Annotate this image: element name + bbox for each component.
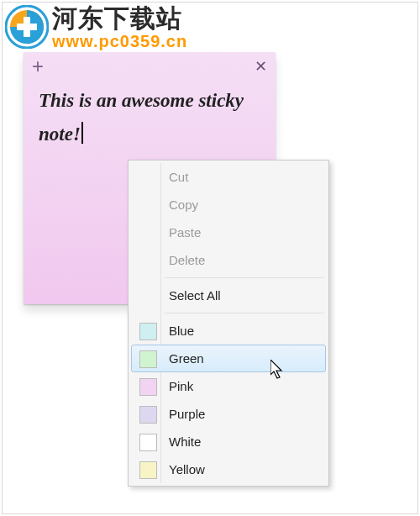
- text-caret: [81, 122, 83, 144]
- swatch-icon: [139, 461, 157, 479]
- note-text: This is an awesome sticky note!: [39, 90, 244, 145]
- menu-item-color-pink[interactable]: Pink: [131, 372, 326, 400]
- menu-item-color-yellow[interactable]: Yellow: [131, 455, 326, 483]
- swatch-icon: [139, 350, 157, 368]
- menu-separator: [165, 313, 324, 313]
- menu-label: Yellow: [169, 462, 205, 477]
- menu-separator: [165, 277, 324, 278]
- menu-item-paste[interactable]: Paste: [131, 219, 326, 246]
- svg-rect-2: [17, 24, 37, 30]
- menu-item-cut[interactable]: Cut: [131, 163, 326, 191]
- menu-item-color-white[interactable]: White: [131, 428, 326, 455]
- menu-label: Pink: [169, 379, 193, 393]
- swatch-icon: [139, 378, 157, 396]
- menu-item-color-blue[interactable]: Blue: [131, 317, 326, 345]
- menu-label: White: [169, 434, 201, 449]
- menu-label: Purple: [169, 407, 205, 421]
- menu-label: Delete: [169, 253, 205, 267]
- watermark-logo: [5, 5, 49, 49]
- menu-item-copy[interactable]: Copy: [131, 191, 326, 219]
- context-menu: Cut Copy Paste Delete Select All Blue Gr…: [128, 160, 329, 487]
- menu-label: Cut: [169, 170, 188, 184]
- menu-label: Blue: [169, 324, 194, 338]
- menu-item-color-purple[interactable]: Purple: [131, 400, 326, 428]
- swatch-icon: [139, 323, 157, 340]
- menu-label: Green: [169, 351, 204, 366]
- menu-item-select-all[interactable]: Select All: [131, 282, 326, 309]
- watermark-title: 河东下载站: [52, 2, 182, 36]
- add-note-button[interactable]: +: [32, 56, 44, 76]
- menu-label: Copy: [169, 197, 198, 212]
- swatch-icon: [139, 406, 157, 424]
- menu-item-delete[interactable]: Delete: [131, 246, 326, 274]
- menu-label: Select All: [169, 288, 221, 303]
- note-text-area[interactable]: This is an awesome sticky note!: [24, 81, 276, 155]
- menu-item-color-green[interactable]: Green: [131, 345, 326, 372]
- menu-label: Paste: [169, 225, 201, 240]
- note-header: + ✕: [24, 52, 276, 81]
- swatch-icon: [139, 434, 157, 451]
- watermark-url: www.pc0359.cn: [52, 32, 187, 51]
- close-note-button[interactable]: ✕: [255, 57, 267, 76]
